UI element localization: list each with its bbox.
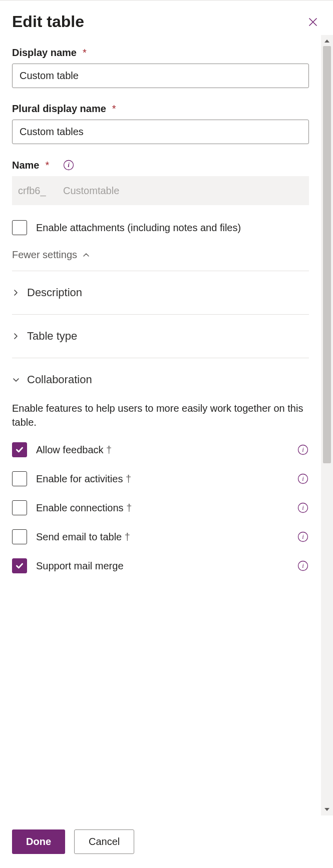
enable-activities-label: Enable for activities † [36,471,291,486]
info-icon: i [297,560,308,571]
info-icon: i [63,160,74,171]
scrollbar[interactable] [321,35,333,815]
svg-text:i: i [302,475,304,482]
description-section-header[interactable]: Description [12,271,309,314]
svg-text:i: i [302,562,304,569]
info-icon: i [297,531,308,542]
table-type-section-header[interactable]: Table type [12,315,309,358]
scroll-up-button[interactable] [321,36,333,46]
done-button[interactable]: Done [12,829,65,854]
close-icon [308,17,318,27]
name-label: Name* i [12,159,309,171]
mail-merge-info-button[interactable]: i [297,560,309,572]
svg-text:i: i [302,504,304,511]
send-email-info-button[interactable]: i [297,531,309,543]
svg-text:i: i [302,446,304,453]
enable-connections-info-button[interactable]: i [297,502,309,514]
panel-footer: Done Cancel [0,815,333,868]
triangle-down-icon [324,806,330,812]
close-button[interactable] [305,14,321,30]
enable-activities-row: Enable for activities † i [12,471,309,486]
required-indicator: * [112,103,116,115]
panel-title: Edit table [12,13,84,31]
chevron-up-icon [82,251,90,259]
send-email-row: Send email to table † i [12,529,309,544]
collaboration-section-header[interactable]: Collaboration [12,358,309,401]
svg-text:i: i [68,161,70,169]
mail-merge-row: Support mail merge i [12,558,309,573]
mail-merge-checkbox[interactable] [12,558,27,573]
enable-activities-info-button[interactable]: i [297,473,309,485]
name-field: Name* i crfb6_ Customtable [12,159,309,205]
display-name-label: Display name* [12,47,309,59]
allow-feedback-row: Allow feedback † i [12,442,309,457]
enable-attachments-row: Enable attachments (including notes and … [12,220,309,235]
plural-display-name-field: Plural display name* [12,103,309,144]
plural-display-name-input[interactable] [12,120,309,144]
scroll-thumb[interactable] [323,46,331,463]
required-indicator: * [45,160,49,171]
chevron-right-icon [12,332,20,340]
info-icon: i [297,502,308,513]
name-info-button[interactable]: i [63,159,75,171]
checkmark-icon [15,445,24,454]
enable-connections-checkbox[interactable] [12,500,27,515]
checkmark-icon [15,561,24,570]
mail-merge-label: Support mail merge [36,558,291,573]
chevron-down-icon [12,376,20,384]
enable-connections-row: Enable connections † i [12,500,309,515]
display-name-field: Display name* [12,47,309,88]
name-prefix: crfb6_ [12,176,57,205]
info-icon: i [297,473,308,484]
panel-body: Display name* Plural display name* Name*… [0,35,321,815]
enable-attachments-checkbox[interactable] [12,220,27,235]
enable-connections-label: Enable connections † [36,500,291,515]
allow-feedback-label: Allow feedback † [36,442,291,457]
scroll-down-button[interactable] [321,804,333,814]
collaboration-description: Enable features to help users to more ea… [12,401,309,429]
edit-table-panel: Edit table Display name* Plural display … [0,0,333,868]
enable-attachments-label: Enable attachments (including notes and … [36,220,309,235]
triangle-up-icon [324,38,330,44]
info-icon: i [297,444,308,455]
name-value: Customtable [57,176,309,205]
name-input-row: crfb6_ Customtable [12,176,309,205]
panel-header: Edit table [0,1,333,35]
send-email-checkbox[interactable] [12,529,27,544]
display-name-input[interactable] [12,64,309,88]
chevron-right-icon [12,289,20,297]
plural-display-name-label: Plural display name* [12,103,309,115]
svg-text:i: i [302,533,304,540]
fewer-settings-toggle[interactable]: Fewer settings [12,249,309,261]
send-email-label: Send email to table † [36,529,291,544]
enable-activities-checkbox[interactable] [12,471,27,486]
allow-feedback-info-button[interactable]: i [297,444,309,456]
allow-feedback-checkbox[interactable] [12,442,27,457]
cancel-button[interactable]: Cancel [74,829,134,854]
required-indicator: * [83,47,87,59]
scroll-track[interactable] [321,46,333,804]
